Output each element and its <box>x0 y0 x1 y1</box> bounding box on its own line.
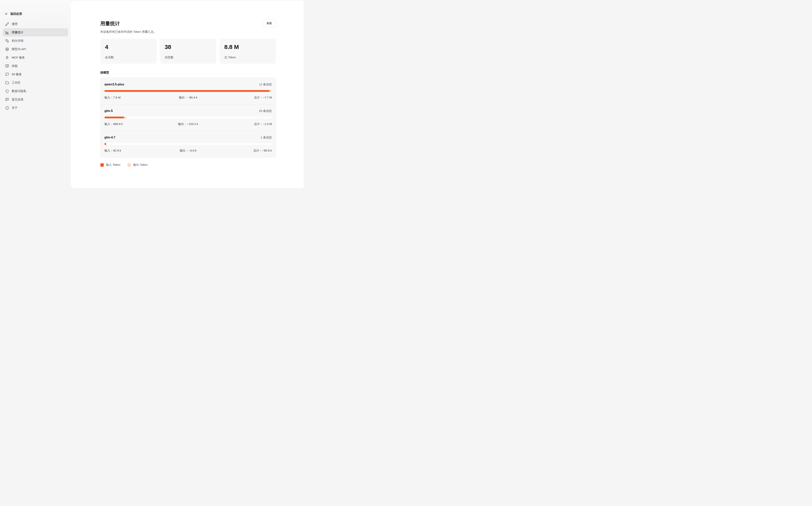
legend-output-label: 输出 Token <box>133 163 148 167</box>
settings-sidebar: 返回应用 通用 用量统计 积分详情 模型与 API MCP 服务 技能 IM 频… <box>0 0 71 189</box>
messages-label: 消息数 <box>165 56 212 59</box>
model-total-tokens: 总计：~85.9 k <box>216 149 272 153</box>
sidebar-item-im-channels[interactable]: IM 频道 <box>3 70 68 78</box>
token-usage-bar <box>104 116 272 118</box>
sidebar-item-privacy[interactable]: 数据与隐私 <box>3 87 68 95</box>
legend-input-token: 输入 Token <box>100 163 121 167</box>
sidebar-item-skills[interactable]: 技能 <box>3 62 68 70</box>
stat-card-messages: 38 消息数 <box>160 38 216 64</box>
models-usage-card: qwen3.5-plus 12 条消息 输入：7.6 M 输出：~80.4 k … <box>100 78 276 158</box>
model-total-tokens: 总计：~7.7 M <box>216 96 272 99</box>
sidebar-item-label: 工作区 <box>12 81 20 85</box>
model-message-count: 25 条消息 <box>259 109 272 113</box>
model-row-qwen3-5-plus: qwen3.5-plus 12 条消息 输入：7.6 M 输出：~80.4 k … <box>100 78 276 104</box>
cpu-icon <box>5 48 9 51</box>
model-input-tokens: 输入：82.9 k <box>104 149 160 153</box>
plug-icon <box>5 56 9 60</box>
output-token-bar-segment <box>270 90 271 92</box>
main-panel: 用量统计 刷新 本设备所有已保存对话的 Token 用量汇总。 4 会话数 38… <box>71 1 304 188</box>
messages-count: 38 <box>165 44 212 50</box>
info-icon <box>5 106 9 110</box>
total-tokens-count: 8.8 M <box>224 44 271 50</box>
input-token-bar-segment <box>104 143 106 145</box>
sidebar-item-label: 积分详情 <box>12 39 23 43</box>
sidebar-item-label: 关于 <box>12 106 17 110</box>
input-token-bar-segment <box>104 116 124 118</box>
token-legend: 输入 Token 输出 Token <box>100 163 276 167</box>
model-message-count: 1 条消息 <box>261 136 272 140</box>
pen-line-icon <box>5 22 9 26</box>
coins-icon <box>5 39 9 43</box>
sidebar-item-workspace[interactable]: 工作区 <box>3 79 68 87</box>
total-tokens-label: 总 Token <box>224 56 271 59</box>
refresh-button[interactable]: 刷新 <box>263 20 276 27</box>
output-token-swatch <box>128 163 131 167</box>
sidebar-item-label: 通用 <box>12 22 17 26</box>
sidebar-item-label: IM 频道 <box>12 73 22 76</box>
output-token-bar-segment <box>106 143 106 145</box>
legend-input-label: 输入 Token <box>106 163 121 167</box>
message-plus-icon <box>5 98 9 101</box>
by-model-heading: 按模型 <box>100 71 276 75</box>
input-token-swatch <box>100 163 104 167</box>
model-output-tokens: 输出：~3.0 k <box>160 149 216 153</box>
sidebar-item-general[interactable]: 通用 <box>3 20 68 28</box>
model-message-count: 12 条消息 <box>259 83 272 86</box>
output-token-bar-segment <box>124 116 127 118</box>
chat-bubble-icon <box>5 73 9 76</box>
stat-card-sessions: 4 会话数 <box>100 38 157 64</box>
sidebar-item-label: 数据与隐私 <box>12 89 26 93</box>
bar-chart-icon <box>5 30 9 34</box>
legend-output-token: 输出 Token <box>128 163 148 167</box>
page-subtitle: 本设备所有已保存对话的 Token 用量汇总。 <box>100 30 276 34</box>
sidebar-item-mcp[interactable]: MCP 服务 <box>3 54 68 62</box>
sessions-label: 会话数 <box>105 56 152 59</box>
model-input-tokens: 输入：7.6 M <box>104 96 160 99</box>
sidebar-item-feedback[interactable]: 提交反馈 <box>3 95 68 103</box>
model-name: glm-4.7 <box>104 136 115 139</box>
sidebar-item-models-api[interactable]: 模型与 API <box>3 45 68 53</box>
token-usage-bar <box>104 90 272 92</box>
model-output-tokens: 输出：~120.2 k <box>160 122 216 126</box>
back-to-app-button[interactable]: 返回应用 <box>3 11 68 16</box>
model-name: qwen3.5-plus <box>104 83 124 86</box>
sessions-count: 4 <box>105 44 152 50</box>
sidebar-item-label: 技能 <box>12 64 17 68</box>
model-output-tokens: 输出：~80.4 k <box>160 96 216 99</box>
summary-stats: 4 会话数 38 消息数 8.8 M 总 Token <box>100 38 276 64</box>
input-token-bar-segment <box>104 90 270 92</box>
page-title: 用量统计 <box>100 20 120 27</box>
stat-card-total-tokens: 8.8 M 总 Token <box>220 38 276 64</box>
back-to-app-label: 返回应用 <box>10 12 22 16</box>
shield-icon <box>5 89 9 93</box>
book-open-icon <box>5 64 9 68</box>
sidebar-item-label: 用量统计 <box>12 30 23 34</box>
sidebar-item-label: 模型与 API <box>12 48 26 51</box>
arrow-left-icon <box>5 12 8 16</box>
model-row-glm-5: glm-5 25 条消息 输入：896.8 k 输出：~120.2 k 总计：~… <box>100 104 276 131</box>
model-row-glm-4-7: glm-4.7 1 条消息 输入：82.9 k 输出：~3.0 k 总计：~85… <box>100 131 276 157</box>
sidebar-item-label: 提交反馈 <box>12 98 23 101</box>
model-input-tokens: 输入：896.8 k <box>104 122 160 126</box>
model-total-tokens: 总计：~1.0 M <box>216 122 272 126</box>
token-usage-bar <box>104 143 272 145</box>
sidebar-item-credits[interactable]: 积分详情 <box>3 37 68 45</box>
sidebar-item-usage-stats[interactable]: 用量统计 <box>3 28 68 36</box>
sidebar-item-about[interactable]: 关于 <box>3 104 68 112</box>
sidebar-item-label: MCP 服务 <box>12 56 25 60</box>
model-name: glm-5 <box>104 109 113 113</box>
folder-icon <box>5 81 9 85</box>
